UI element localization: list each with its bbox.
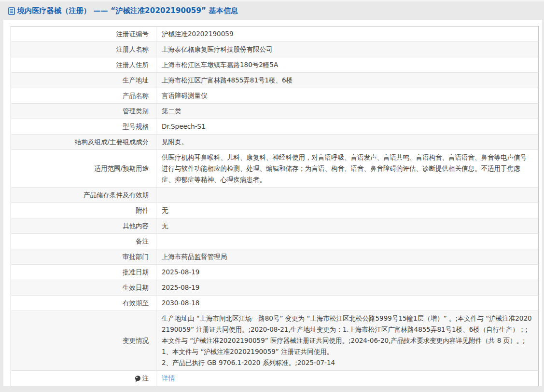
- registration-info-table: 注册证编号沪械注准20202190059注册人名称上海泰亿格康复医疗科技股份有限…: [11, 26, 539, 386]
- row-label: 注册证编号: [11, 27, 156, 42]
- row-label: 注册人名称: [11, 42, 156, 57]
- table-row: 注册证编号沪械注准20202190059: [11, 27, 539, 42]
- table-row: 生产地址上海市松江区广富林路4855弄81号1楼、6楼: [11, 73, 539, 88]
- row-value: 见附页。: [156, 135, 539, 150]
- row-label: 注册人住所: [11, 57, 156, 73]
- row-value: 第二类: [156, 104, 539, 119]
- row-label-text: 注: [142, 374, 149, 382]
- table-row: 有效期至2030-08-18: [11, 296, 539, 311]
- row-label-text: 批准日期: [123, 268, 149, 276]
- row-value: 上海市松江区车墩镇车嘉路180号2幢5A: [156, 57, 539, 73]
- row-value: 供医疗机构耳鼻喉科、儿科、康复科、神经科使用，对言语呼吸、言语发声、言语共鸣、言…: [156, 150, 539, 188]
- row-label: 备注: [11, 234, 156, 249]
- row-label: 生效日期: [11, 280, 156, 296]
- row-label-text: 产品名称: [123, 92, 149, 99]
- table-row: 附件无: [11, 203, 539, 218]
- row-label: 其他内容: [11, 218, 156, 234]
- table-row: 结构及组成/主要组成成分见附页。: [11, 135, 539, 150]
- row-value: 沪械注准20202190059: [156, 27, 539, 42]
- table-row: 变更情况生产地址由 “上海市闸北区江场一路80号” 变更为 “上海市松江区北松公…: [11, 311, 539, 371]
- row-label: 有效期至: [11, 296, 156, 311]
- page: 境内医疗器械（注册） —— “沪械注准20202190059” 基本信息 注册证…: [0, 0, 544, 392]
- row-label-text: 结构及组成/主要组成成分: [75, 138, 149, 146]
- row-value: 2025-08-19: [156, 265, 539, 280]
- table-row: 注详情: [11, 371, 539, 386]
- content-panel: 注册证编号沪械注准20202190059注册人名称上海泰亿格康复医疗科技股份有限…: [3, 20, 542, 386]
- row-label-text: 其他内容: [123, 222, 149, 230]
- row-value: 上海泰亿格康复医疗科技股份有限公司: [156, 42, 539, 57]
- table-row: 审批部门上海市药品监督管理局: [11, 249, 539, 265]
- page-header: 境内医疗器械（注册） —— “沪械注准20202190059” 基本信息: [0, 1, 544, 20]
- row-label: 管理类别: [11, 104, 156, 119]
- row-label: 适用范围/预期用途: [11, 150, 156, 188]
- table-row: 注册人名称上海泰亿格康复医疗科技股份有限公司: [11, 42, 539, 57]
- document-icon: [8, 7, 15, 15]
- table-row: 适用范围/预期用途供医疗机构耳鼻喉科、儿科、康复科、神经科使用，对言语呼吸、言语…: [11, 150, 539, 188]
- row-value: 言语障碍测量仪: [156, 88, 539, 104]
- table-row: 型号规格Dr.Speech-S1: [11, 119, 539, 135]
- table-row: 生效日期2025-08-19: [11, 280, 539, 296]
- detail-link[interactable]: 详情: [162, 374, 175, 382]
- row-value: 上海市药品监督管理局: [156, 249, 539, 265]
- row-label-text: 生产地址: [123, 76, 149, 84]
- row-label: 批准日期: [11, 265, 156, 280]
- row-label-text: 有效期至: [123, 299, 149, 307]
- table-row: 产品储存条件及有效期: [11, 188, 539, 203]
- row-label-text: 生效日期: [123, 284, 149, 291]
- row-value: 2025-08-19: [156, 280, 539, 296]
- row-label: 生产地址: [11, 73, 156, 88]
- row-label-text: 型号规格: [123, 122, 149, 130]
- row-label: 附件: [11, 203, 156, 218]
- row-value: 无: [156, 218, 539, 234]
- row-value: 详情: [156, 371, 539, 386]
- row-label-text: 备注: [136, 237, 149, 245]
- row-value: 上海市松江区广富林路4855弄81号1楼、6楼: [156, 73, 539, 88]
- registration-rows: 注册证编号沪械注准20202190059注册人名称上海泰亿格康复医疗科技股份有限…: [11, 27, 539, 386]
- table-row: 其他内容无: [11, 218, 539, 234]
- row-label: 审批部门: [11, 249, 156, 265]
- row-label: 结构及组成/主要组成成分: [11, 135, 156, 150]
- page-title: 境内医疗器械（注册） —— “沪械注准20202190059” 基本信息: [17, 6, 238, 15]
- row-value: [156, 234, 539, 249]
- row-label-text: 注册人住所: [116, 61, 149, 68]
- row-label-text: 审批部门: [123, 253, 149, 260]
- row-label-text: 产品储存条件及有效期: [84, 191, 149, 199]
- table-row: 产品名称言语障碍测量仪: [11, 88, 539, 104]
- row-label: 变更情况: [11, 311, 156, 371]
- row-value: 无: [156, 203, 539, 218]
- table-row: 备注: [11, 234, 539, 249]
- row-value: 2030-08-18: [156, 296, 539, 311]
- row-label: 产品储存条件及有效期: [11, 188, 156, 203]
- row-label-text: 管理类别: [123, 107, 149, 115]
- row-value: 生产地址由 “上海市闸北区江场一路80号” 变更为 “上海市松江区北松公路599…: [156, 311, 539, 371]
- row-label-text: 注册人名称: [116, 45, 149, 53]
- row-value: Dr.Speech-S1: [156, 119, 539, 135]
- table-row: 批准日期2025-08-19: [11, 265, 539, 280]
- row-label: 型号规格: [11, 119, 156, 135]
- row-label-text: 适用范围/预期用途: [94, 164, 149, 172]
- table-row: 注册人住所上海市松江区车墩镇车嘉路180号2幢5A: [11, 57, 539, 73]
- row-label-text: 注册证编号: [116, 30, 149, 38]
- balloon-icon: [135, 376, 140, 381]
- row-value: [156, 188, 539, 203]
- row-label: 注: [11, 371, 156, 386]
- row-label-text: 附件: [136, 206, 149, 214]
- row-label-text: 变更情况: [123, 337, 149, 344]
- row-label: 产品名称: [11, 88, 156, 104]
- table-row: 管理类别第二类: [11, 104, 539, 119]
